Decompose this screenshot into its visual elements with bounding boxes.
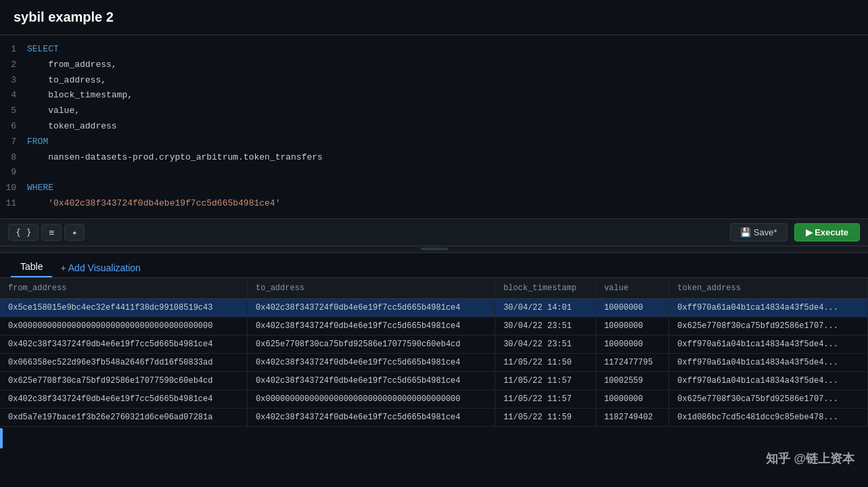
- line-content-4: block_timestamp,: [27, 89, 133, 103]
- format-json-button[interactable]: { }: [8, 224, 39, 241]
- col-header-block-timestamp: block_timestamp: [495, 278, 596, 299]
- watermark: 知乎 @链上资本: [766, 450, 854, 467]
- code-line-9: 9: [0, 165, 868, 181]
- cell-token_address: 0x625e7708f30ca75bfd92586e1707...: [669, 390, 868, 408]
- cell-to_address: 0x402c38f343724f0db4e6e19f7cc5d665b4981c…: [248, 298, 495, 317]
- header: sybil example 2: [0, 0, 868, 35]
- line-num-5: 5: [0, 104, 27, 118]
- cell-value: 10000000: [595, 317, 668, 335]
- cell-from_address: 0x402c38f343724f0db4e6e19f7cc5d665b4981c…: [0, 335, 248, 353]
- col-header-from-address: from_address: [0, 278, 248, 299]
- cell-value: 10000000: [595, 298, 668, 317]
- results-area[interactable]: from_address to_address block_timestamp …: [0, 278, 868, 487]
- cell-to_address: 0x402c38f343724f0db4e6e19f7cc5d665b4981c…: [248, 408, 495, 426]
- line-content-7: FROM: [27, 135, 48, 149]
- cell-block_timestamp: 11/05/22 11:57: [495, 371, 596, 390]
- line-content-10: WHERE: [27, 181, 53, 195]
- table-row[interactable]: 0xd5a7e197bace1f3b26e2760321d6ce06ad0728…: [0, 408, 868, 426]
- table-row[interactable]: 0x066358ec522d96e3fb548a2646f7dd16f50833…: [0, 353, 868, 371]
- save-button[interactable]: 💾 Save*: [730, 223, 787, 241]
- cell-token_address: 0xff970a61a04b1ca14834a43f5de4...: [669, 371, 868, 390]
- table-row[interactable]: 0x00000000000000000000000000000000000000…: [0, 317, 868, 335]
- code-editor[interactable]: 1 SELECT 2 from_address, 3 to_address, 4…: [0, 35, 868, 219]
- col-header-value: value: [595, 278, 668, 299]
- cell-block_timestamp: 11/05/22 11:50: [495, 353, 596, 371]
- line-content-5: value,: [27, 104, 80, 118]
- cell-value: 10002559: [595, 371, 668, 390]
- table-row[interactable]: 0x5ce158015e9bc4ec32ef4411f38dc99108519c…: [0, 298, 868, 317]
- cell-to_address: 0x402c38f343724f0db4e6e19f7cc5d665b4981c…: [248, 371, 495, 390]
- line-num-3: 3: [0, 74, 27, 88]
- cell-value: 10000000: [595, 335, 668, 353]
- cell-token_address: 0x1d086bc7cd5c481dcc9c85ebe478...: [669, 408, 868, 426]
- cell-from_address: 0x00000000000000000000000000000000000000…: [0, 317, 248, 335]
- line-num-6: 6: [0, 120, 27, 134]
- code-line-7: 7 FROM: [0, 135, 868, 150]
- left-indicator: [0, 428, 3, 448]
- cell-to_address: 0x625e7708f30ca75bfd92586e17077590c60eb4…: [248, 335, 495, 353]
- page-title: sybil example 2: [14, 9, 114, 24]
- code-line-3: 3 to_address,: [0, 73, 868, 89]
- table-row[interactable]: 0x402c38f343724f0db4e6e19f7cc5d665b4981c…: [0, 335, 868, 353]
- line-content-2: from_address,: [27, 58, 117, 72]
- line-num-7: 7: [0, 135, 27, 149]
- code-line-11: 11 '0x402c38f343724f0db4ebe19f7cc5d665b4…: [0, 196, 868, 212]
- cell-block_timestamp: 11/05/22 11:59: [495, 408, 596, 426]
- cell-block_timestamp: 30/04/22 23:51: [495, 335, 596, 353]
- format-star-button[interactable]: ✦: [64, 224, 85, 241]
- cell-to_address: 0x402c38f343724f0db4e6e19f7cc5d665b4981c…: [248, 317, 495, 335]
- line-num-9: 9: [0, 166, 27, 180]
- code-line-2: 2 from_address,: [0, 57, 868, 73]
- cell-token_address: 0xff970a61a04b1ca14834a43f5de4...: [669, 335, 868, 353]
- cell-token_address: 0xff970a61a04b1ca14834a43f5de4...: [669, 353, 868, 371]
- format-list-button[interactable]: ≡: [41, 224, 62, 241]
- line-num-2: 2: [0, 58, 27, 72]
- table-header-row: from_address to_address block_timestamp …: [0, 278, 868, 299]
- line-num-1: 1: [0, 43, 27, 57]
- cell-token_address: 0x625e7708f30ca75bfd92586e1707...: [669, 317, 868, 335]
- code-line-10: 10 WHERE: [0, 181, 868, 196]
- cell-block_timestamp: 30/04/22 23:51: [495, 317, 596, 335]
- cell-from_address: 0xd5a7e197bace1f3b26e2760321d6ce06ad0728…: [0, 408, 248, 426]
- col-header-token-address: token_address: [669, 278, 868, 299]
- cell-from_address: 0x5ce158015e9bc4ec32ef4411f38dc99108519c…: [0, 298, 248, 317]
- col-header-to-address: to_address: [248, 278, 495, 299]
- divider-handle: [421, 248, 448, 250]
- cell-value: 10000000: [595, 390, 668, 408]
- line-num-8: 8: [0, 151, 27, 165]
- results-table: from_address to_address block_timestamp …: [0, 278, 868, 427]
- cell-value: 1172477795: [595, 353, 668, 371]
- cell-token_address: 0xff970a61a04b1ca14834a43f5de4...: [669, 298, 868, 317]
- cell-block_timestamp: 11/05/22 11:57: [495, 390, 596, 408]
- cell-from_address: 0x402c38f343724f0db4e6e19f7cc5d665b4981c…: [0, 390, 248, 408]
- cell-from_address: 0x066358ec522d96e3fb548a2646f7dd16f50833…: [0, 353, 248, 371]
- line-content-11: '0x402c38f343724f0db4ebe19f7cc5d665b4981…: [27, 197, 280, 211]
- line-num-4: 4: [0, 89, 27, 103]
- line-content-8: nansen-datasets-prod.crypto_arbitrum.tok…: [27, 151, 323, 165]
- code-line-6: 6 token_address: [0, 119, 868, 135]
- line-content-6: token_address: [27, 120, 117, 134]
- code-line-8: 8 nansen-datasets-prod.crypto_arbitrum.t…: [0, 150, 868, 166]
- code-line-1: 1 SELECT: [0, 42, 868, 57]
- code-line-5: 5 value,: [0, 103, 868, 119]
- toolbar: { } ≡ ✦ 💾 Save* ▶ Execute: [0, 219, 868, 246]
- line-num-11: 11: [0, 197, 27, 211]
- table-row[interactable]: 0x625e7708f30ca75bfd92586e17077590c60eb4…: [0, 371, 868, 390]
- add-visualization-button[interactable]: + Add Visualization: [52, 258, 148, 277]
- cell-to_address: 0x402c38f343724f0db4e6e19f7cc5d665b4981c…: [248, 353, 495, 371]
- cell-to_address: 0x00000000000000000000000000000000000000…: [248, 390, 495, 408]
- cell-value: 1182749402: [595, 408, 668, 426]
- code-line-4: 4 block_timestamp,: [0, 88, 868, 103]
- line-content-3: to_address,: [27, 74, 106, 88]
- tabs-bar: Table + Add Visualization: [0, 253, 868, 278]
- resize-divider[interactable]: [0, 246, 868, 253]
- cell-block_timestamp: 30/04/22 14:01: [495, 298, 596, 317]
- execute-button[interactable]: ▶ Execute: [794, 223, 860, 241]
- tab-table[interactable]: Table: [11, 257, 52, 277]
- table-row[interactable]: 0x402c38f343724f0db4e6e19f7cc5d665b4981c…: [0, 390, 868, 408]
- cell-from_address: 0x625e7708f30ca75bfd92586e17077590c60eb4…: [0, 371, 248, 390]
- line-num-10: 10: [0, 181, 27, 195]
- line-content-1: SELECT: [27, 43, 59, 57]
